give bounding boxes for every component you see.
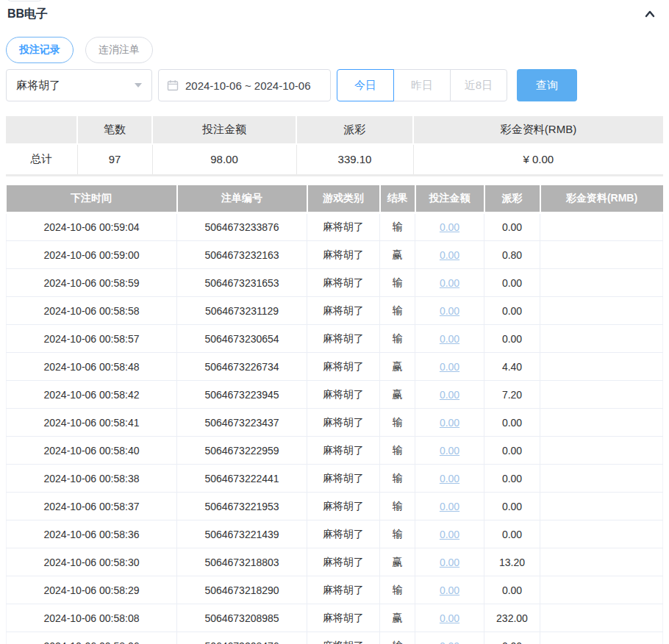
bet-amount-cell: 0.00 (415, 325, 484, 353)
bet-time-cell: 2024-10-06 00:59:04 (7, 213, 177, 241)
bonus-cell (540, 213, 663, 241)
bonus-cell (540, 409, 663, 437)
payout-cell: 0.00 (484, 269, 540, 297)
bet-amount-link[interactable]: 0.00 (440, 584, 459, 596)
game-type-cell: 麻将胡了 (307, 213, 380, 241)
bet-amount-link[interactable]: 0.00 (440, 640, 459, 644)
bet-amount-link[interactable]: 0.00 (440, 612, 459, 624)
bet-time-cell: 2024-10-06 00:58:48 (7, 353, 177, 381)
result-cell: 输 (380, 632, 415, 644)
bet-amount-link[interactable]: 0.00 (440, 249, 459, 261)
bet-id-cell: 5064673221953 (177, 493, 307, 520)
result-cell: 输 (380, 576, 415, 604)
bet-time-cell: 2024-10-06 00:58:29 (7, 576, 177, 604)
bet-time-cell: 2024-10-06 00:58:30 (7, 548, 177, 576)
col-bet-amount: 投注金额 (415, 185, 484, 213)
bonus-cell (540, 269, 663, 297)
bet-id-cell: 5064673232163 (177, 241, 307, 269)
bet-id-cell: 5064673222959 (177, 437, 307, 465)
bonus-cell (540, 381, 663, 409)
result-cell: 赢 (380, 241, 415, 269)
quick-button-last-8-days[interactable]: 近8日 (450, 69, 507, 101)
bet-amount-cell: 0.00 (415, 493, 484, 520)
result-cell: 赢 (380, 381, 415, 409)
summary-total-count: 97 (77, 144, 152, 175)
result-cell: 赢 (380, 353, 415, 381)
bet-id-cell: 5064673208985 (177, 604, 307, 632)
bet-amount-link[interactable]: 0.00 (440, 501, 459, 512)
result-cell: 输 (380, 325, 415, 353)
bet-amount-cell: 0.00 (415, 353, 484, 381)
bet-time-cell: 2024-10-06 00:58:58 (7, 297, 177, 325)
result-cell: 输 (380, 213, 415, 241)
bet-id-cell: 5064673230654 (177, 325, 307, 353)
bet-amount-link[interactable]: 0.00 (440, 473, 459, 484)
game-select-value: 麻将胡了 (16, 79, 60, 93)
bonus-cell (540, 520, 663, 548)
bonus-cell (540, 297, 663, 325)
bet-amount-link[interactable]: 0.00 (440, 445, 459, 457)
page-title: BB电子 (7, 7, 48, 22)
col-game-type: 游戏类别 (307, 185, 380, 213)
table-row: 2024-10-06 00:58:29 5064673218290 麻将胡了 输… (7, 576, 663, 604)
bet-id-cell: 5064673223437 (177, 409, 307, 437)
bonus-cell (540, 576, 663, 604)
bet-amount-link[interactable]: 0.00 (440, 361, 459, 373)
game-type-cell: 麻将胡了 (307, 493, 380, 520)
bet-amount-link[interactable]: 0.00 (440, 333, 459, 345)
bet-time-cell: 2024-10-06 00:58:08 (7, 604, 177, 632)
bet-amount-cell: 0.00 (415, 548, 484, 576)
quick-button-today[interactable]: 今日 (337, 69, 394, 101)
result-cell: 输 (380, 493, 415, 520)
quick-button-yesterday[interactable]: 昨日 (393, 69, 451, 101)
tab-bet-records[interactable]: 投注记录 (6, 37, 74, 63)
payout-cell: 13.20 (484, 548, 540, 576)
table-row: 2024-10-06 00:58:40 5064673222959 麻将胡了 输… (7, 437, 663, 465)
bet-amount-link[interactable]: 0.00 (440, 389, 459, 401)
bet-records-panel: BB电子 投注记录 连消注单 麻将胡了 2024-10-06 ~ 20 (0, 0, 669, 644)
bet-time-cell: 2024-10-06 00:59:00 (7, 241, 177, 269)
bet-amount-cell: 0.00 (415, 269, 484, 297)
tab-cancelled-orders[interactable]: 连消注单 (85, 37, 153, 63)
game-type-cell: 麻将胡了 (307, 632, 380, 644)
bet-time-cell: 2024-10-06 00:58:38 (7, 465, 177, 493)
game-type-cell: 麻将胡了 (307, 241, 380, 269)
table-row: 2024-10-06 00:58:38 5064673222441 麻将胡了 输… (7, 465, 663, 493)
result-cell: 输 (380, 297, 415, 325)
calendar-icon (167, 79, 179, 91)
result-cell: 赢 (380, 604, 415, 632)
bonus-cell (540, 548, 663, 576)
bonus-cell (540, 353, 663, 381)
bet-time-cell: 2024-10-06 00:58:57 (7, 325, 177, 353)
bet-amount-link[interactable]: 0.00 (440, 277, 459, 289)
summary-col-bet-amount: 投注金额 (152, 116, 296, 144)
title-bar: BB电子 (6, 6, 663, 22)
result-cell: 输 (380, 437, 415, 465)
bet-amount-link[interactable]: 0.00 (440, 221, 459, 233)
summary-total-bet-amount: 98.00 (152, 144, 296, 175)
summary-total-row: 总计 97 98.00 339.10 ¥ 0.00 (6, 144, 663, 175)
payout-cell: 7.20 (484, 381, 540, 409)
bet-amount-link[interactable]: 0.00 (440, 305, 459, 317)
game-type-cell: 麻将胡了 (307, 465, 380, 493)
search-button[interactable]: 查询 (517, 69, 577, 101)
table-row: 2024-10-06 00:58:08 5064673208985 麻将胡了 赢… (7, 604, 663, 632)
summary-total-bonus: ¥ 0.00 (413, 144, 663, 175)
table-row: 2024-10-06 00:58:30 5064673218803 麻将胡了 赢… (7, 548, 663, 576)
table-row: 2024-10-06 00:58:58 5064673231129 麻将胡了 输… (7, 297, 663, 325)
bet-amount-link[interactable]: 0.00 (440, 417, 459, 429)
summary-total-payout: 339.10 (296, 144, 413, 175)
payout-cell: 0.00 (484, 297, 540, 325)
bet-amount-link[interactable]: 0.00 (440, 557, 459, 568)
bet-table-header-row: 下注时间 注单编号 游戏类别 结果 投注金额 派彩 彩金资料(RMB) (7, 185, 663, 213)
date-range-picker[interactable]: 2024-10-06 ~ 2024-10-06 (158, 69, 331, 101)
result-cell: 赢 (380, 548, 415, 576)
bonus-cell (540, 604, 663, 632)
chevron-up-icon[interactable] (643, 7, 657, 21)
bet-amount-link[interactable]: 0.00 (440, 529, 459, 540)
table-row: 2024-10-06 00:58:41 5064673223437 麻将胡了 输… (7, 409, 663, 437)
table-row: 2024-10-06 00:58:42 5064673223945 麻将胡了 赢… (7, 381, 663, 409)
game-select[interactable]: 麻将胡了 (6, 69, 152, 101)
result-cell: 输 (380, 520, 415, 548)
col-bet-id: 注单编号 (177, 185, 307, 213)
